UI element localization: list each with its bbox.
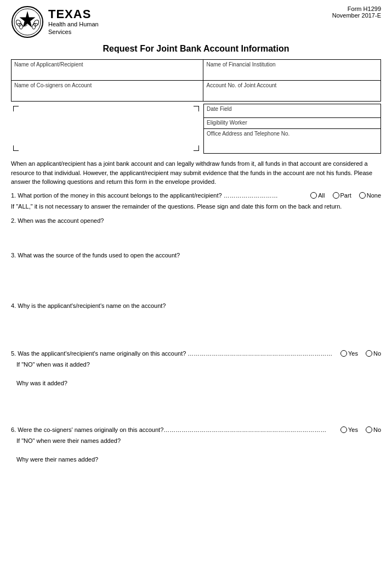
q5-answer-space-2 xyxy=(11,407,381,423)
financial-institution-value[interactable] xyxy=(206,69,378,78)
corner-bl-icon xyxy=(13,145,19,151)
q3-answer-space xyxy=(11,263,381,279)
q1-note: If "ALL," it is not necessary to answer … xyxy=(11,202,381,211)
q5-option-no[interactable]: No xyxy=(366,350,381,357)
q6-sub2: Why were their names added? xyxy=(16,455,381,464)
org-title: TEXAS xyxy=(48,8,99,20)
eligibility-worker-label: Eligibility Worker xyxy=(207,120,378,126)
office-address-label: Office Address and Telephone No. xyxy=(207,131,378,137)
q6-option-yes[interactable]: Yes xyxy=(340,426,358,433)
q4-answer-space-2 xyxy=(11,330,381,347)
cosigners-value[interactable] xyxy=(14,89,200,99)
q5-answer-space xyxy=(11,390,381,407)
q2-answer-space xyxy=(11,229,381,245)
q5-options: Yes No xyxy=(340,350,381,357)
q2-text: 2. When was the account opened? xyxy=(11,216,381,226)
q1-options: All Part None xyxy=(310,192,381,199)
form-date: November 2017-E xyxy=(332,12,381,19)
account-no-value[interactable] xyxy=(206,89,378,99)
question-4: 4. Why is the applicant's/recipient's na… xyxy=(11,301,381,347)
radio-circle-icon[interactable] xyxy=(333,192,339,199)
form-fields-table: Name of Applicant/Recipient Name of Fina… xyxy=(11,59,381,102)
logo-area: TEXAS Health and Human Services xyxy=(11,5,99,38)
q4-text: 4. Why is the applicant's/recipient's na… xyxy=(11,301,381,311)
question-3: 3. What was the source of the funds used… xyxy=(11,251,381,296)
radio-circle-icon[interactable] xyxy=(310,192,317,199)
q6-text: 6. Were the co-signers' names originally… xyxy=(11,426,336,433)
q3-text: 3. What was the source of the funds used… xyxy=(11,251,381,260)
address-worker-table: Date Field Eligibility Worker Office Add… xyxy=(11,104,381,154)
svg-point-5 xyxy=(33,19,40,27)
q4-answer-space xyxy=(11,314,381,330)
radio-circle-icon[interactable] xyxy=(340,350,347,357)
page-header: TEXAS Health and Human Services Form H12… xyxy=(11,5,381,38)
svg-point-4 xyxy=(19,24,23,30)
cosigners-label: Name of Co-signers on Account xyxy=(14,82,200,88)
form-info: Form H1299 November 2017-E xyxy=(332,5,381,19)
q5-sub1: If "NO" when was it added? xyxy=(16,360,381,369)
body-text: When an applicant/recipient has a joint … xyxy=(11,159,381,187)
q1-option-none[interactable]: None xyxy=(359,192,381,199)
question-2: 2. When was the account opened? xyxy=(11,216,381,245)
form-number: Form H1299 xyxy=(332,5,381,12)
radio-circle-icon[interactable] xyxy=(340,426,347,433)
texas-seal-icon xyxy=(11,5,44,38)
applicant-value[interactable] xyxy=(14,69,200,78)
q6-options: Yes No xyxy=(340,426,381,433)
q1-option-part[interactable]: Part xyxy=(333,192,351,199)
q1-option-all[interactable]: All xyxy=(310,192,325,199)
q6-sub1: If "NO" when were their names added? xyxy=(16,436,381,446)
applicant-label: Name of Applicant/Recipient xyxy=(14,61,200,68)
date-field-label: Date Field xyxy=(207,106,378,112)
question-1: 1. What portion of the money in this acc… xyxy=(11,192,381,199)
q5-sub2: Why was it added? xyxy=(16,379,381,388)
svg-point-3 xyxy=(15,19,22,27)
corner-br-icon xyxy=(194,145,199,151)
radio-circle-icon[interactable] xyxy=(359,192,366,199)
corner-tl-icon xyxy=(13,106,19,111)
svg-point-6 xyxy=(32,24,36,30)
q1-text: 1. What portion of the money in this acc… xyxy=(11,192,306,199)
q3-answer-space-2 xyxy=(11,279,381,296)
q6-option-no[interactable]: No xyxy=(366,426,381,433)
question-6: 6. Were the co-signers' names originally… xyxy=(11,426,381,464)
corner-tr-icon xyxy=(194,106,199,111)
question-5: 5. Was the applicant's/recipient's name … xyxy=(11,350,381,423)
radio-circle-icon[interactable] xyxy=(366,350,372,357)
radio-circle-icon[interactable] xyxy=(366,426,372,433)
account-no-label: Account No. of Joint Account xyxy=(206,82,378,88)
form-title: Request For Joint Bank Account Informati… xyxy=(11,44,381,54)
q5-text: 5. Was the applicant's/recipient's name … xyxy=(11,350,336,357)
org-name-block: TEXAS Health and Human Services xyxy=(48,8,99,36)
org-subtitle: Health and Human Services xyxy=(48,20,99,36)
financial-institution-label: Name of Financial Institution xyxy=(206,61,378,68)
q5-option-yes[interactable]: Yes xyxy=(340,350,358,357)
